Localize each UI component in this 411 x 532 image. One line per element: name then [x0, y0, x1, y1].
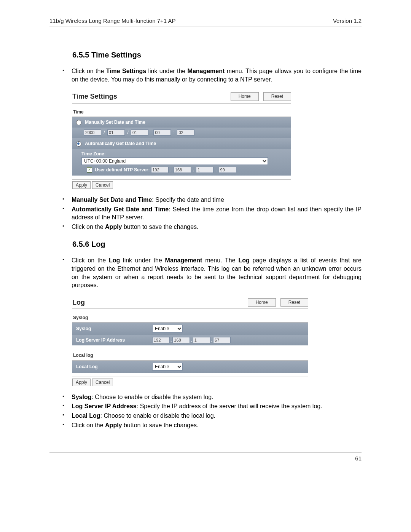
list-item: Manually Set Date and Time: Specify the … — [61, 196, 362, 204]
log-ip-1[interactable] — [152, 337, 170, 343]
time-bullets: Manually Set Date and Time: Specify the … — [49, 196, 362, 231]
log-intro-list: Click on the Log link under the Manageme… — [49, 256, 362, 289]
log-ip-2[interactable] — [172, 337, 190, 343]
list-item: Click on the Apply button to save the ch… — [61, 421, 362, 430]
panel-title: Log — [72, 298, 85, 307]
panel-title: Time Settings — [72, 92, 117, 101]
locallog-section-label: Local log — [72, 351, 308, 360]
section-heading-log: 6.5.6 Log — [72, 239, 362, 249]
reset-button[interactable]: Reset — [263, 92, 291, 101]
list-item: Log Server IP Address: Specify the IP ad… — [61, 402, 362, 411]
section-heading-time: 6.5.5 Time Settings — [72, 50, 362, 60]
day-input[interactable] — [131, 129, 148, 136]
ntp-checkbox[interactable] — [87, 167, 92, 173]
manual-time-fields: / / : — [72, 128, 291, 138]
log-ip-4[interactable] — [213, 337, 231, 343]
auto-radio[interactable] — [76, 141, 81, 147]
auto-time-row: Automatically Get Date and Time — [72, 138, 291, 149]
syslog-section-label: Syslog — [72, 313, 308, 323]
ntp-ip-1[interactable] — [151, 167, 169, 173]
cancel-button[interactable]: Cancel — [92, 379, 113, 386]
year-input[interactable] — [84, 129, 101, 136]
syslog-select[interactable]: Enable — [152, 325, 183, 332]
time-intro-item: Click on the Time Settings link under th… — [61, 67, 362, 83]
ntp-ip-2[interactable] — [174, 167, 191, 173]
list-item: Local Log: Choose to enable or disable t… — [61, 412, 362, 420]
page-header: 11b/g Wireless Long Range Multi-function… — [49, 17, 362, 27]
locallog-select[interactable]: Enable — [152, 363, 183, 371]
logserver-row: Log Server IP Address . . . — [72, 335, 308, 345]
home-button[interactable]: Home — [248, 298, 276, 307]
header-left: 11b/g Wireless Long Range Multi-function… — [49, 17, 175, 25]
timezone-select[interactable]: UTC+00:00 England — [81, 157, 268, 165]
time-intro-list: Click on the Time Settings link under th… — [49, 67, 362, 83]
list-item: Syslog: Choose to enable or disable the … — [61, 393, 362, 401]
manual-radio[interactable] — [76, 120, 81, 125]
reset-button[interactable]: Reset — [280, 298, 308, 307]
locallog-row: Local Log Enable — [72, 361, 308, 373]
apply-button[interactable]: Apply — [72, 181, 91, 189]
list-item: Automatically Get Date and Time: Select … — [61, 205, 362, 222]
log-bullets: Syslog: Choose to enable or disable the … — [49, 393, 362, 429]
time-section-label: Time — [72, 107, 291, 117]
syslog-row: Syslog Enable — [72, 323, 308, 335]
cancel-button[interactable]: Cancel — [92, 181, 113, 189]
minute-input[interactable] — [177, 129, 194, 136]
apply-button[interactable]: Apply — [72, 379, 91, 386]
ntp-ip-3[interactable] — [196, 167, 213, 173]
ntp-ip-4[interactable] — [219, 167, 236, 173]
manual-time-row: Manually Set Date and Time — [72, 117, 291, 128]
auto-time-fields: Time Zone: UTC+00:00 England User define… — [72, 149, 291, 175]
home-button[interactable]: Home — [231, 92, 259, 101]
header-right: Version 1.2 — [333, 17, 362, 25]
page-number: 61 — [355, 455, 362, 462]
log-ip-3[interactable] — [193, 337, 210, 343]
page-footer: 61 — [49, 452, 362, 462]
log-panel: Log Home Reset Syslog Syslog Enable Log … — [72, 298, 308, 386]
log-intro-item: Click on the Log link under the Manageme… — [61, 256, 362, 289]
hour-input[interactable] — [153, 129, 171, 136]
time-settings-panel: Time Settings Home Reset Time Manually S… — [72, 92, 291, 189]
month-input[interactable] — [107, 129, 125, 136]
list-item: Click on the Apply button to save the ch… — [61, 223, 362, 231]
